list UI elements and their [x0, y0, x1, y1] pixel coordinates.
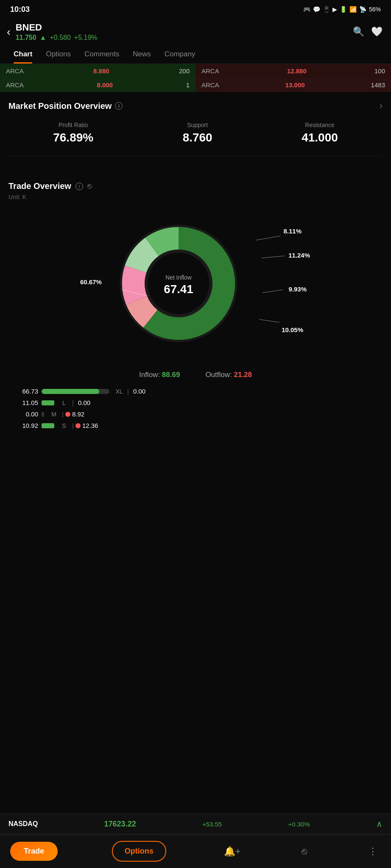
label-8pct: 8.11%	[283, 227, 302, 235]
media-icon: 📱	[323, 6, 330, 13]
bid-exchange-1: ARCA	[6, 67, 24, 75]
back-button[interactable]: ‹	[7, 25, 11, 39]
options-button[interactable]: Options	[112, 841, 166, 862]
ticker-change: +53.55	[202, 821, 222, 828]
m-right: 8.92	[65, 410, 84, 418]
tab-company[interactable]: Company	[158, 45, 202, 64]
market-position-section: Market Position Overview i › Profit Rati…	[0, 92, 391, 155]
market-position-chevron[interactable]: ›	[380, 100, 383, 111]
stock-change: +0.580	[50, 34, 70, 42]
stock-price-row: 11.750 ▲ +0.580 +5.19%	[16, 34, 353, 42]
trade-size-table: 66.73 XL | 0.00 11.05 L | 0.00 0.00 M | …	[0, 388, 391, 429]
svg-line-3	[262, 256, 285, 258]
market-position-title: Market Position Overview i	[8, 101, 123, 111]
profit-ratio-label: Profit Ratio	[53, 122, 93, 128]
bid-qty-1: 200	[179, 67, 190, 75]
xl-right-val: 0.00	[131, 388, 156, 395]
inflow-label: Inflow:	[139, 371, 160, 379]
s-dot-red	[75, 423, 81, 428]
outflow-section: Outflow: 21.28	[205, 371, 252, 379]
donut-center-value-text: 67.41	[164, 283, 193, 296]
profit-ratio-metric: Profit Ratio 76.89%	[53, 122, 93, 144]
donut-center-label-text: Net Inflow	[165, 274, 192, 281]
stock-change-pct: +5.19%	[74, 34, 98, 42]
ask-price-2: 13.000	[285, 81, 305, 89]
l-bar	[42, 400, 54, 405]
ticker-bar: NASDAQ 17623.22 +53.55 +0.30% ∧	[0, 813, 391, 834]
ticker-change-pct: +0.30%	[288, 821, 310, 828]
m-left-val: 0.00	[8, 410, 38, 418]
inflow-section: Inflow: 88.69	[139, 371, 180, 379]
bottom-nav: Trade Options 🔔+ ⎋ ⋮	[0, 834, 391, 868]
m-dot-red	[65, 412, 70, 417]
ticker-price: 17623.22	[104, 820, 136, 829]
s-left-val: 10.92	[8, 422, 38, 429]
gamepad-icon: 🎮	[303, 6, 310, 13]
search-icon[interactable]: 🔍	[353, 26, 364, 37]
label-11pct: 11.24%	[288, 252, 310, 259]
l-label: L	[58, 399, 70, 406]
ask-row-1: ARCA 12.880 100	[196, 64, 391, 78]
s-bar-left	[42, 423, 54, 428]
outflow-value: 21.28	[234, 371, 252, 379]
tab-comments[interactable]: Comments	[78, 45, 126, 64]
spacer-1	[0, 156, 391, 173]
m-bar-left	[42, 412, 44, 417]
xl-bar	[42, 389, 99, 394]
trade-info-icon[interactable]: i	[75, 183, 83, 190]
ask-exchange-2: ARCA	[201, 81, 219, 89]
bottom-spacer	[0, 433, 391, 501]
trade-overview-section: Trade Overview i ⎋ Unit: K	[0, 173, 391, 211]
xl-label: XL	[113, 388, 126, 395]
youtube-icon: ▶	[332, 6, 337, 13]
size-row-s: 10.92 S | 12.36	[8, 422, 383, 429]
ticker-name: NASDAQ	[8, 820, 38, 828]
alert-add-button[interactable]: 🔔+	[221, 843, 244, 860]
svg-line-4	[263, 290, 283, 293]
m-right-val: 8.92	[72, 410, 84, 418]
resistance-value: 41.000	[302, 131, 338, 144]
trade-button[interactable]: Trade	[10, 842, 58, 861]
ticker-chevron-icon[interactable]: ∧	[376, 819, 383, 829]
xl-bar-container	[42, 389, 109, 394]
label-9pct: 9.93%	[288, 286, 307, 293]
stock-price: 11.750	[16, 34, 36, 42]
svg-line-5	[259, 319, 279, 322]
l-sep: |	[72, 399, 74, 406]
nav-tabs: Chart Options Comments News Company	[0, 45, 391, 64]
tab-chart[interactable]: Chart	[7, 45, 39, 64]
spacer-2	[0, 355, 391, 364]
l-right-val: 0.00	[75, 399, 101, 406]
svg-line-2	[256, 236, 280, 240]
more-menu-button[interactable]: ⋮	[365, 843, 381, 860]
inflow-value: 88.69	[162, 371, 180, 379]
share-icon[interactable]: ⎋	[87, 182, 92, 191]
s-label: S	[58, 422, 70, 429]
support-value: 8.760	[183, 131, 212, 144]
xl-left-val: 66.73	[8, 388, 38, 395]
order-book: ARCA 8.880 200 ARCA 12.880 100 ARCA 8.00…	[0, 64, 391, 92]
donut-chart-svg: Net Inflow 67.41	[111, 216, 246, 351]
signal-icon: 📡	[359, 6, 366, 13]
resistance-metric: Resistance 41.000	[302, 122, 338, 144]
resistance-label: Resistance	[302, 122, 338, 128]
market-info-icon[interactable]: i	[115, 102, 123, 110]
stock-info: BNED 11.750 ▲ +0.580 +5.19%	[16, 22, 353, 42]
outflow-label: Outflow:	[205, 371, 232, 379]
xl-sep: |	[127, 388, 129, 395]
wifi-icon: 📶	[349, 6, 357, 13]
market-metrics: Profit Ratio 76.89% Support 8.760 Resist…	[8, 118, 383, 151]
stock-arrow: ▲	[40, 34, 47, 42]
label-60pct: 60.67%	[80, 278, 102, 286]
share-nav-button[interactable]: ⎋	[298, 843, 310, 860]
support-metric: Support 8.760	[183, 122, 212, 144]
tab-news[interactable]: News	[126, 45, 158, 64]
bid-row-1: ARCA 8.880 200	[0, 64, 196, 78]
tab-options[interactable]: Options	[39, 45, 78, 64]
m-sep: |	[62, 410, 64, 418]
unit-label: Unit: K	[8, 194, 383, 200]
donut-chart-wrapper: Net Inflow 67.41 8.11% 11.24% 9.93% 10.0…	[77, 211, 314, 355]
watchlist-icon[interactable]: 🤍	[371, 26, 383, 37]
size-row-m: 0.00 M | 8.92	[8, 410, 383, 418]
bid-price-2: 8.000	[97, 81, 113, 89]
